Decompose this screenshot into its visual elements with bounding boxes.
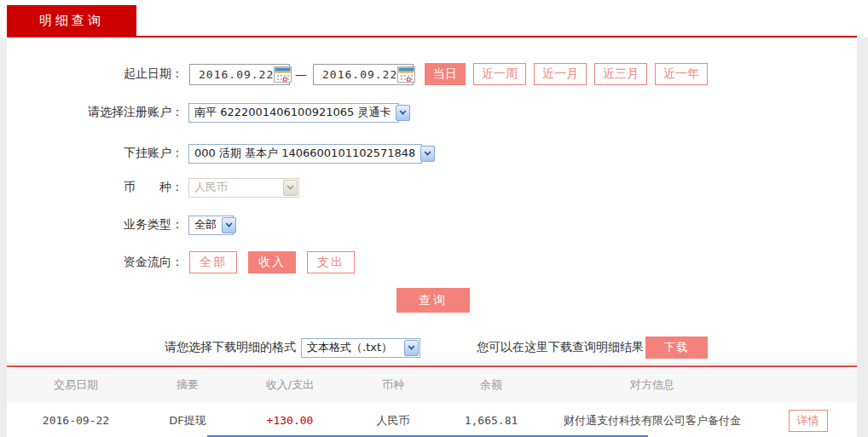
fund-flow-all-button[interactable]: 全部 xyxy=(189,251,237,273)
currency-row: 币 种： 人民币 xyxy=(7,178,857,197)
date-range-row: 起止日期： 2016.09.22 xyxy=(7,62,857,86)
table-header-row: 交易日期 摘要 收入/支出 币种 余额 对方信息 xyxy=(7,367,857,402)
end-date-value: 2016.09.22 xyxy=(322,68,397,81)
column-header-date: 交易日期 xyxy=(7,377,145,393)
chevron-down-icon xyxy=(404,340,419,356)
range-button-last-week[interactable]: 近一周 xyxy=(473,63,526,85)
cell-amount: +130.00 xyxy=(230,414,350,427)
range-button-today[interactable]: 当日 xyxy=(425,63,466,85)
download-format-value: 文本格式（.txt） xyxy=(302,340,397,355)
tab-bar: 明细查询 xyxy=(7,5,136,36)
query-form-panel: 起止日期： 2016.09.22 xyxy=(7,37,857,437)
download-format-label: 请您选择下载明细的格式 xyxy=(165,340,296,355)
chevron-down-icon xyxy=(396,105,410,121)
date-range-label: 起止日期： xyxy=(7,66,183,82)
register-account-label: 请选择注册账户： xyxy=(7,105,183,120)
tab-detail-query[interactable]: 明细查询 xyxy=(7,5,136,36)
sub-account-value: 000 活期 基本户 1406600101102571848 xyxy=(189,146,420,161)
register-account-value: 南平 6222001406100921065 灵通卡 xyxy=(189,105,396,120)
business-type-value: 全部 xyxy=(189,217,222,233)
query-button[interactable]: 查询 xyxy=(396,288,470,313)
business-type-row: 业务类型： 全部 xyxy=(7,216,857,234)
start-date-input[interactable]: 2016.09.22 xyxy=(189,64,290,85)
left-margin-strip xyxy=(0,37,7,437)
end-date-input[interactable]: 2016.09.22 xyxy=(313,64,414,85)
detail-query-page: 明细查询 起止日期： 2016.09.22 xyxy=(0,0,868,437)
calendar-icon[interactable] xyxy=(274,66,292,83)
download-button[interactable]: 下载 xyxy=(645,336,708,359)
fund-flow-expense-button[interactable]: 支出 xyxy=(307,251,355,273)
range-button-last-month[interactable]: 近一月 xyxy=(534,63,587,85)
fund-flow-row: 资金流向： 全部 收入 支出 xyxy=(7,251,857,273)
currency-value: 人民币 xyxy=(189,180,233,195)
cell-counterparty: 财付通支付科技有限公司客户备付金 xyxy=(546,413,759,428)
sub-account-label: 下挂账户： xyxy=(7,146,183,161)
range-button-last-year[interactable]: 近一年 xyxy=(655,63,708,85)
column-header-counterparty: 对方信息 xyxy=(546,377,759,393)
currency-label: 币 种： xyxy=(7,180,183,195)
right-margin-strip xyxy=(857,37,868,437)
business-type-label: 业务类型： xyxy=(7,217,183,233)
download-hint-text: 您可以在这里下载查询明细结果 xyxy=(477,340,644,355)
column-header-currency: 币种 xyxy=(350,377,437,393)
download-row: 请您选择下载明细的格式 文本格式（.txt） 您可以在这里下载查询明细结果 下载 xyxy=(7,336,857,359)
chevron-down-icon xyxy=(222,217,236,233)
detail-button[interactable]: 详情 xyxy=(789,410,828,432)
column-header-amount: 收入/支出 xyxy=(230,377,350,393)
business-type-select[interactable]: 全部 xyxy=(188,216,234,235)
register-account-row: 请选择注册账户： 南平 6222001406100921065 灵通卡 xyxy=(7,103,857,122)
table-row: 2016-09-22 DF提现 +130.00 人民币 1,665.81 财付通… xyxy=(7,402,857,437)
cell-summary: DF提现 xyxy=(145,413,230,428)
chevron-down-icon xyxy=(283,180,298,196)
cell-balance: 1,665.81 xyxy=(437,414,546,427)
cell-transaction-date: 2016-09-22 xyxy=(7,414,145,427)
calendar-icon[interactable] xyxy=(397,66,415,83)
start-date-value: 2016.09.22 xyxy=(199,68,274,81)
register-account-select[interactable]: 南平 6222001406100921065 灵通卡 xyxy=(188,103,399,123)
cell-currency: 人民币 xyxy=(350,413,437,428)
sub-account-select[interactable]: 000 活期 基本户 1406600101102571848 xyxy=(188,144,422,164)
date-range-separator: — xyxy=(295,67,307,81)
fund-flow-income-button[interactable]: 收入 xyxy=(248,251,296,273)
fund-flow-label: 资金流向： xyxy=(7,255,183,270)
sub-account-row: 下挂账户： 000 活期 基本户 1406600101102571848 xyxy=(7,144,857,163)
currency-select: 人民币 xyxy=(188,178,299,198)
download-format-select[interactable]: 文本格式（.txt） xyxy=(301,338,420,358)
column-header-balance: 余额 xyxy=(437,377,546,393)
form-bottom-divider xyxy=(7,363,857,364)
column-header-summary: 摘要 xyxy=(145,377,230,393)
chevron-down-icon xyxy=(420,146,435,162)
range-button-last-3-months[interactable]: 近三月 xyxy=(594,63,647,85)
